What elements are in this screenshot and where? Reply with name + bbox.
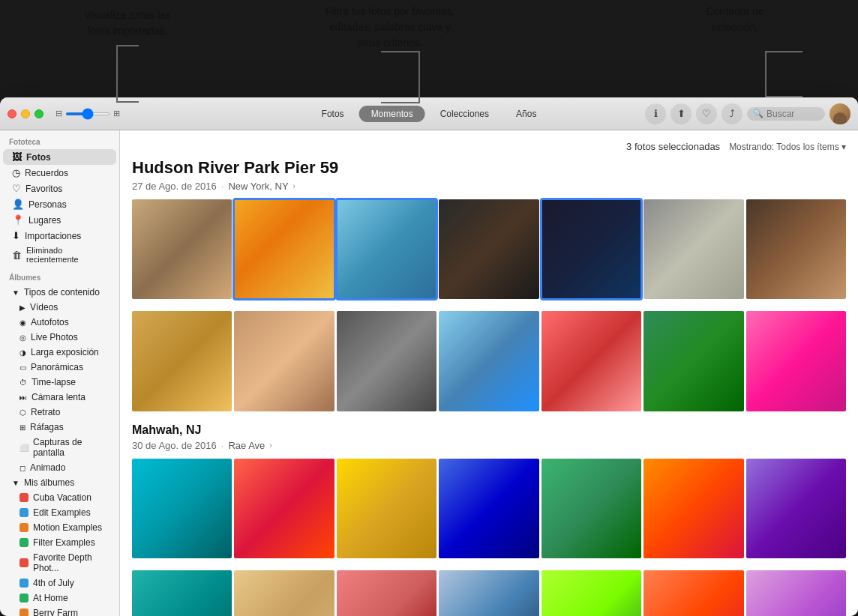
albums-label: Álbumes (0, 266, 119, 285)
sidebar-item-fotos[interactable]: 🖼 Fotos (3, 149, 116, 165)
sidebar-item-recuerdos[interactable]: ◷ Recuerdos (3, 165, 116, 181)
edit-examples-color (20, 508, 28, 517)
sidebar-item-autofotos[interactable]: ◉ Autofotos (3, 315, 116, 330)
photo-cell[interactable] (644, 459, 743, 558)
capturas-icon: ⬜ (20, 444, 28, 452)
photo-cell[interactable] (337, 570, 436, 616)
photo-cell[interactable] (542, 311, 641, 411)
sidebar-item-motion-examples[interactable]: Motion Examples (3, 520, 116, 535)
photo-cell[interactable] (439, 199, 538, 299)
at-home-color (20, 594, 28, 603)
filter-dropdown[interactable]: Todos los ítems ▾ (776, 142, 846, 152)
search-box[interactable]: 🔍 (747, 107, 825, 121)
share-icon-button[interactable]: ⤴ (722, 103, 742, 124)
photo-grid-2 (132, 311, 846, 411)
sidebar-item-videos[interactable]: ▶ Vídeos (3, 300, 116, 315)
photo-cell[interactable] (746, 311, 846, 411)
mis-albums-icon: ▼ (12, 479, 20, 487)
photo-cell[interactable] (644, 570, 743, 616)
filter-examples-color (20, 538, 28, 547)
sidebar-item-mis-albums[interactable]: ▼ Mis álbumes (3, 475, 116, 490)
larga-exp-icon: ◑ (20, 348, 26, 357)
favoritos-icon: ♡ (12, 183, 21, 194)
filter-bar: Mostrando: Todos los ítems ▾ (729, 142, 846, 152)
photo-cell[interactable] (542, 570, 641, 616)
photo-cell[interactable] (234, 459, 334, 558)
tab-fotos[interactable]: Fotos (310, 106, 356, 122)
photo-cell[interactable] (132, 199, 232, 299)
sidebar-item-personas[interactable]: 👤 Personas (3, 196, 116, 212)
sidebar-item-importaciones[interactable]: ⬇ Importaciones (3, 228, 116, 244)
photo-cell[interactable] (337, 311, 436, 411)
personas-icon: 👤 (12, 199, 24, 210)
photo-cell[interactable] (337, 199, 436, 299)
sidebar-item-capturas[interactable]: ⬜ Capturas de pantalla (3, 435, 116, 460)
main-window: ⊟ ⊞ Fotos Momentos Colecciones Años ℹ ⬆ … (0, 97, 858, 616)
sidebar-item-camara-lenta[interactable]: ⏭ Cámara lenta (3, 390, 116, 405)
photo-cell[interactable] (746, 570, 846, 616)
photo-cell[interactable] (234, 311, 334, 411)
tab-anos[interactable]: Años (504, 106, 548, 122)
photo-cell[interactable] (337, 459, 436, 558)
moment-2-location[interactable]: Rae Ave (228, 440, 265, 451)
importaciones-icon: ⬇ (12, 230, 20, 241)
size-slider[interactable] (65, 112, 110, 115)
moment-2-title: Mahwah, NJ (132, 423, 201, 437)
moment-2-header: Mahwah, NJ (132, 423, 846, 437)
sidebar-item-panoramicas[interactable]: ▭ Panorámicas (3, 360, 116, 375)
search-input[interactable] (766, 109, 819, 119)
photo-cell[interactable] (132, 459, 232, 558)
motion-examples-color (20, 523, 28, 532)
moment-1-title: Hudson River Park Pier 59 (132, 158, 338, 178)
sidebar-item-lugares[interactable]: 📍 Lugares (3, 212, 116, 228)
sidebar-item-rafagas[interactable]: ⊞ Ráfagas (3, 420, 116, 435)
sidebar-item-favorite-depth[interactable]: Favorite Depth Phot... (3, 550, 116, 576)
cuba-vacation-color (20, 493, 28, 502)
photo-cell[interactable] (644, 199, 743, 299)
photo-cell[interactable] (746, 459, 846, 558)
moment-1-location[interactable]: New York, NY (228, 181, 288, 192)
upload-icon-button[interactable]: ⬆ (670, 103, 692, 124)
sidebar-item-time-lapse[interactable]: ⏱ Time-lapse (3, 375, 116, 390)
timelapse-icon: ⏱ (20, 378, 27, 387)
moment-1-header: Hudson River Park Pier 59 (132, 158, 846, 178)
titlebar-actions: ℹ ⬆ ♡ ⤴ 🔍 (645, 103, 850, 124)
photo-cell[interactable] (439, 570, 538, 616)
sidebar-item-4th-of-july[interactable]: 4th of July (3, 576, 116, 591)
close-button[interactable] (8, 109, 16, 118)
photo-cell[interactable] (746, 199, 846, 299)
photo-cell[interactable] (132, 311, 232, 411)
moment-2: Mahwah, NJ 30 de Ago. de 2016 · Rae Ave … (132, 423, 846, 616)
sidebar-item-at-home[interactable]: At Home (3, 591, 116, 606)
sidebar-item-edit-examples[interactable]: Edit Examples (3, 505, 116, 520)
sidebar-item-filter-examples[interactable]: Filter Examples (3, 535, 116, 550)
minimize-button[interactable] (21, 109, 30, 118)
recuerdos-icon: ◷ (12, 167, 20, 178)
sidebar-item-live-photos[interactable]: ◎ Live Photos (3, 330, 116, 345)
photo-cell[interactable] (644, 311, 743, 411)
photo-cell[interactable] (132, 570, 232, 616)
tab-colecciones[interactable]: Colecciones (428, 106, 501, 122)
photo-cell[interactable] (439, 459, 538, 558)
heart-icon-button[interactable]: ♡ (696, 103, 717, 124)
sidebar-item-larga-exposicion[interactable]: ◑ Larga exposición (3, 345, 116, 360)
animado-icon: ◻ (20, 464, 26, 472)
photo-cell[interactable] (542, 459, 641, 558)
info-icon-button[interactable]: ℹ (645, 103, 666, 124)
photo-cell[interactable] (439, 311, 538, 411)
sidebar-item-tipos-contenido[interactable]: ▼ Tipos de contenido (3, 285, 116, 300)
sidebar-item-cuba-vacation[interactable]: Cuba Vacation (3, 490, 116, 505)
sidebar-item-retrato[interactable]: ⬡ Retrato (3, 405, 116, 420)
sidebar-item-animado[interactable]: ◻ Animado (3, 460, 116, 475)
photo-cell[interactable] (542, 199, 641, 299)
tab-momentos[interactable]: Momentos (359, 106, 425, 122)
sidebar-item-favoritos[interactable]: ♡ Favoritos (3, 181, 116, 196)
main-content: 3 fotos seleccionadas Mostrando: Todos l… (120, 130, 858, 616)
sidebar-item-eliminado[interactable]: 🗑 Eliminado recientemente (3, 244, 116, 266)
photo-cell[interactable] (234, 199, 334, 299)
avatar[interactable] (830, 103, 850, 124)
photo-cell[interactable] (234, 570, 334, 616)
nav-tabs: Fotos Momentos Colecciones Años (310, 106, 549, 122)
sidebar-item-berry-farm[interactable]: Berry Farm (3, 606, 116, 616)
fullscreen-button[interactable] (34, 109, 44, 118)
